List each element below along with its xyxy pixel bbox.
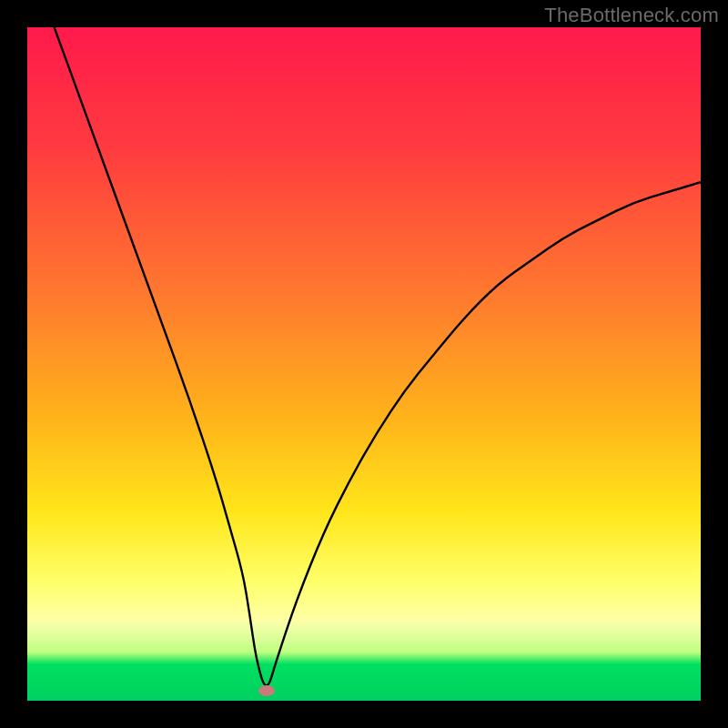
watermark-text: TheBottleneck.com xyxy=(544,4,719,27)
curve-svg xyxy=(27,27,701,701)
optimal-marker xyxy=(258,685,275,696)
bottleneck-curve xyxy=(55,27,701,685)
chart-frame: TheBottleneck.com xyxy=(0,0,728,728)
plot-area xyxy=(27,27,701,701)
